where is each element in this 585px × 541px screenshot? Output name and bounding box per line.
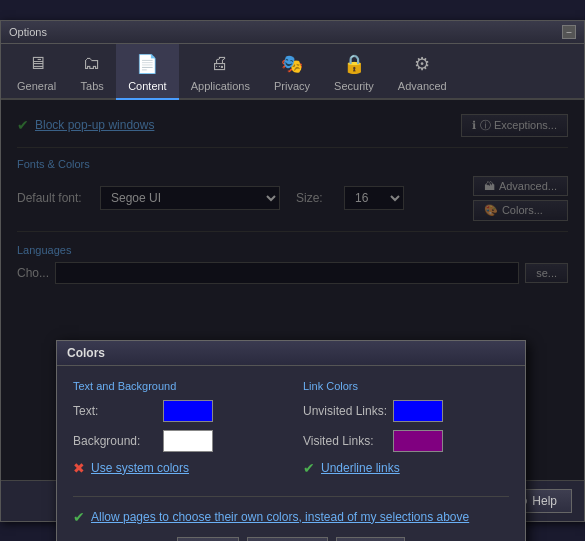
tab-security[interactable]: 🔒 Security: [322, 44, 386, 100]
privacy-icon: 🎭: [280, 52, 304, 76]
colors-dialog-body: Text and Background Text: Background: ✖: [57, 366, 525, 542]
advanced-icon: ⚙: [410, 52, 434, 76]
tab-privacy[interactable]: 🎭 Privacy: [262, 44, 322, 100]
text-bg-column: Text and Background Text: Background: ✖: [73, 380, 279, 482]
tab-advanced[interactable]: ⚙ Advanced: [386, 44, 459, 100]
nav-tabs: 🖥 General 🗂 Tabs 📄 Content 🖨 Application…: [1, 44, 584, 100]
bg-color-swatch[interactable]: [163, 430, 213, 452]
tab-tabs-label: Tabs: [81, 80, 104, 92]
window-title: Options: [9, 26, 47, 38]
main-window: Options – 🖥 General 🗂 Tabs 📄 Content 🖨 A…: [0, 20, 585, 522]
tab-advanced-label: Advanced: [398, 80, 447, 92]
tab-general-label: General: [17, 80, 56, 92]
underline-row: ✔ Underline links: [303, 460, 509, 476]
bg-color-label: Background:: [73, 434, 163, 448]
modal-bottom: ✔ Allow pages to choose their own colors…: [73, 496, 509, 542]
link-colors-column: Link Colors Unvisited Links: Visited Lin…: [303, 380, 509, 482]
titlebar: Options –: [1, 21, 584, 44]
dialog-ok-button[interactable]: ✔ OK: [177, 537, 238, 542]
help-label: Help: [532, 494, 557, 508]
dialog-help-button[interactable]: ⊙ Help: [336, 537, 405, 542]
system-colors-row: ✖ Use system colors: [73, 460, 279, 476]
visited-color-row: Visited Links:: [303, 430, 509, 452]
bg-color-row: Background:: [73, 430, 279, 452]
tab-privacy-label: Privacy: [274, 80, 310, 92]
tab-content-label: Content: [128, 80, 167, 92]
link-colors-header: Link Colors: [303, 380, 509, 392]
unvisited-color-swatch[interactable]: [393, 400, 443, 422]
text-bg-header: Text and Background: [73, 380, 279, 392]
content-area: ✔ Block pop-up windows ℹ ⓘ Exceptions...…: [1, 100, 584, 480]
modal-buttons: ✔ OK ✖ Cancel ⊙ Help: [73, 537, 509, 542]
tab-security-label: Security: [334, 80, 374, 92]
underline-label[interactable]: Underline links: [321, 461, 400, 475]
unvisited-color-row: Unvisited Links:: [303, 400, 509, 422]
tab-applications-label: Applications: [191, 80, 250, 92]
text-color-swatch[interactable]: [163, 400, 213, 422]
tab-tabs[interactable]: 🗂 Tabs: [68, 44, 116, 100]
text-color-label: Text:: [73, 404, 163, 418]
tab-general[interactable]: 🖥 General: [5, 44, 68, 100]
text-color-row: Text:: [73, 400, 279, 422]
allow-label[interactable]: Allow pages to choose their own colors, …: [91, 510, 469, 524]
visited-label: Visited Links:: [303, 434, 393, 448]
system-colors-x-icon: ✖: [73, 460, 85, 476]
titlebar-controls: –: [562, 25, 576, 39]
tab-applications[interactable]: 🖨 Applications: [179, 44, 262, 100]
tab-content[interactable]: 📄 Content: [116, 44, 179, 100]
general-icon: 🖥: [25, 52, 49, 76]
unvisited-label: Unvisited Links:: [303, 404, 393, 418]
tabs-icon: 🗂: [80, 52, 104, 76]
dialog-cancel-button[interactable]: ✖ Cancel: [247, 537, 328, 542]
visited-color-swatch[interactable]: [393, 430, 443, 452]
applications-icon: 🖨: [208, 52, 232, 76]
allow-row: ✔ Allow pages to choose their own colors…: [73, 509, 509, 525]
system-colors-label[interactable]: Use system colors: [91, 461, 189, 475]
colors-columns: Text and Background Text: Background: ✖: [73, 380, 509, 482]
security-icon: 🔒: [342, 52, 366, 76]
colors-dialog-title: Colors: [57, 341, 525, 366]
underline-check-icon: ✔: [303, 460, 315, 476]
content-icon: 📄: [135, 52, 159, 76]
allow-check-icon: ✔: [73, 509, 85, 525]
colors-dialog: Colors Text and Background Text: Backgro…: [56, 340, 526, 542]
modal-overlay: Colors Text and Background Text: Backgro…: [1, 100, 584, 480]
minimize-button[interactable]: –: [562, 25, 576, 39]
